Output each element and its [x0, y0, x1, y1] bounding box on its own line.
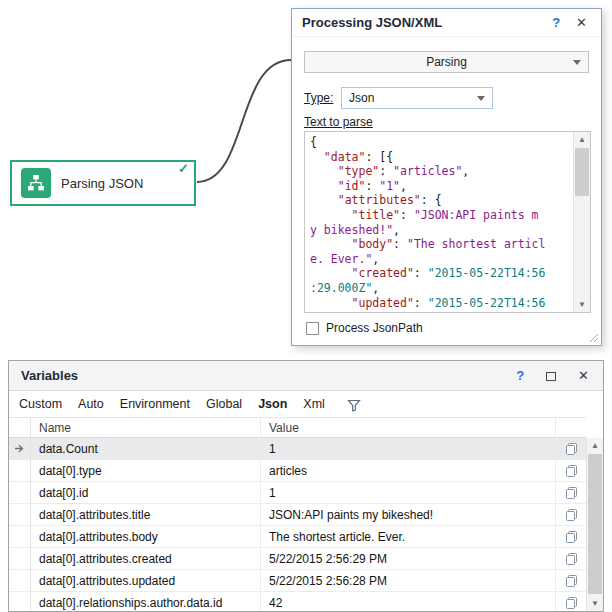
dialog-titlebar: Processing JSON/XML ? ✕ [292, 9, 601, 37]
node-label: Parsing JSON [61, 176, 143, 191]
copy-button[interactable] [556, 482, 586, 503]
var-name: data[0].attributes.updated [31, 570, 261, 591]
parsing-json-node[interactable]: Parsing JSON ✓ [10, 160, 196, 206]
filter-icon[interactable] [347, 399, 361, 412]
code-line: "data": [{ [310, 150, 568, 165]
grid-body: data.Count1data[0].typearticlesdata[0].i… [9, 438, 586, 611]
grid-scrollbar[interactable]: ▲ ▼ [586, 438, 603, 611]
var-name: data[0].attributes.title [31, 504, 261, 525]
table-row[interactable]: data[0].attributes.titleJSON:API paints … [9, 504, 586, 526]
processing-json-xml-dialog: Processing JSON/XML ? ✕ Parsing Type: Js… [291, 8, 602, 346]
text-to-parse-label: Text to parse [304, 115, 373, 129]
variables-titlebar: Variables ? ✕ [9, 361, 603, 391]
code-line: "updated": "2015-05-22T14:56 [310, 296, 568, 311]
process-jsonpath-label: Process JsonPath [326, 321, 423, 335]
name-column-header[interactable]: Name [31, 418, 261, 437]
value-column-header[interactable]: Value [261, 418, 556, 437]
code-line: "type": "articles", [310, 164, 568, 179]
variables-panel: Variables ? ✕ CustomAutoEnvironmentGloba… [8, 360, 604, 612]
resize-grip[interactable] [587, 331, 599, 343]
row-gutter [9, 526, 31, 547]
var-name: data[0].type [31, 460, 261, 481]
help-button[interactable]: ? [548, 15, 564, 31]
copy-column-header [556, 418, 586, 437]
code-line: y bikeshed!", [310, 223, 568, 238]
var-name: data[0].id [31, 482, 261, 503]
scroll-down-icon[interactable]: ▼ [587, 596, 603, 611]
table-row[interactable]: data[0].typearticles [9, 460, 586, 482]
var-name: data.Count [31, 438, 261, 459]
process-jsonpath-row: Process JsonPath [306, 321, 423, 335]
var-value: 5/22/2015 2:56:29 PM [261, 548, 556, 569]
var-value: 1 [261, 438, 556, 459]
variables-grid: Name Value data.Count1data[0].typearticl… [9, 417, 603, 611]
code-line: "attributes": { [310, 193, 568, 208]
code-line: e. Ever.", [310, 252, 568, 267]
type-value: Json [349, 91, 374, 105]
text-to-parse-editor[interactable]: { "data": [{ "type": "articles", "id": "… [304, 131, 591, 313]
code-content[interactable]: { "data": [{ "type": "articles", "id": "… [305, 132, 573, 312]
var-value: articles [261, 460, 556, 481]
tab-xml[interactable]: Xml [303, 397, 325, 411]
var-value: The shortest article. Ever. [261, 526, 556, 547]
dialog-title: Processing JSON/XML [302, 15, 548, 30]
table-row[interactable]: data[0].attributes.bodyThe shortest arti… [9, 526, 586, 548]
row-gutter [9, 482, 31, 503]
tab-environment[interactable]: Environment [120, 397, 190, 411]
scroll-up-icon[interactable]: ▲ [587, 438, 603, 453]
scrollbar-thumb[interactable] [575, 148, 589, 196]
var-value: 1 [261, 482, 556, 503]
table-row[interactable]: data[0].attributes.created5/22/2015 2:56… [9, 548, 586, 570]
current-row-arrow-icon [9, 438, 31, 459]
copy-button[interactable] [556, 460, 586, 481]
grid-header: Name Value [9, 417, 586, 438]
copy-button[interactable] [556, 570, 586, 591]
table-row[interactable]: data[0].relationships.author.data.id42 [9, 592, 586, 611]
tab-json[interactable]: Json [258, 397, 287, 411]
var-name: data[0].attributes.body [31, 526, 261, 547]
copy-button[interactable] [556, 504, 586, 525]
copy-button[interactable] [556, 526, 586, 547]
parsing-mode-dropdown[interactable]: Parsing [304, 51, 589, 73]
copy-button[interactable] [556, 592, 586, 611]
scroll-up-icon[interactable]: ▲ [574, 132, 590, 147]
copy-button[interactable] [556, 548, 586, 569]
var-name: data[0].relationships.author.data.id [31, 592, 261, 611]
code-line: :29.000Z", [310, 281, 568, 296]
parsing-mode-value: Parsing [426, 55, 467, 69]
close-button[interactable]: ✕ [572, 15, 591, 31]
copy-button[interactable] [556, 438, 586, 459]
code-line: "title": "JSON:API paints m [310, 208, 568, 223]
table-row[interactable]: data[0].attributes.updated5/22/2015 2:56… [9, 570, 586, 592]
type-label: Type: [304, 91, 333, 105]
var-value: JSON:API paints my bikeshed! [261, 504, 556, 525]
tab-global[interactable]: Global [206, 397, 242, 411]
chevron-down-icon [477, 96, 485, 101]
code-line: { [310, 135, 568, 150]
process-jsonpath-checkbox[interactable] [306, 322, 319, 335]
chevron-down-icon [573, 60, 581, 65]
editor-scrollbar[interactable]: ▲ ▼ [573, 132, 590, 312]
table-row[interactable]: data[0].id1 [9, 482, 586, 504]
var-name: data[0].attributes.created [31, 548, 261, 569]
code-line: "id": "1", [310, 179, 568, 194]
scrollbar-thumb[interactable] [588, 454, 602, 594]
close-button[interactable]: ✕ [578, 368, 589, 383]
type-dropdown[interactable]: Json [341, 87, 493, 109]
tab-custom[interactable]: Custom [19, 397, 62, 411]
tabs-row: CustomAutoEnvironmentGlobalJsonXml [9, 391, 603, 417]
variables-title: Variables [21, 368, 494, 383]
row-gutter [9, 592, 31, 611]
code-line: "created": "2015-05-22T14:56 [310, 266, 568, 281]
var-value: 5/22/2015 2:56:28 PM [261, 570, 556, 591]
table-row[interactable]: data.Count1 [9, 438, 586, 460]
sitemap-icon [21, 168, 51, 198]
scroll-down-icon[interactable]: ▼ [574, 297, 590, 312]
code-line: "body": "The shortest articl [310, 237, 568, 252]
row-gutter [9, 504, 31, 525]
tab-auto[interactable]: Auto [78, 397, 104, 411]
help-button[interactable]: ? [516, 368, 524, 383]
row-gutter [9, 460, 31, 481]
gutter-header [9, 418, 31, 437]
maximize-button[interactable] [546, 372, 556, 381]
